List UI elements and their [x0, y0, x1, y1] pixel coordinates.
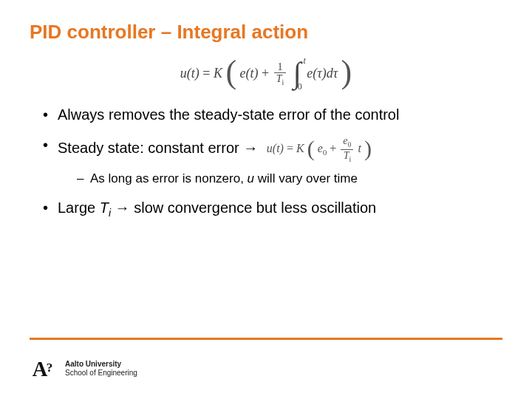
frac-den: Ti — [274, 73, 287, 87]
eq-lhs: u(t) — [180, 66, 200, 81]
footer-divider — [30, 338, 502, 340]
slide: PID controller – Integral action u(t) = … — [0, 0, 532, 399]
int-lower: 0 — [298, 81, 302, 92]
eq-integrand: e(τ) — [307, 66, 326, 81]
eq-K: K — [214, 66, 222, 81]
logo-line2: School of Engineering — [65, 369, 137, 378]
logo-line1: Aalto University — [65, 360, 137, 369]
sub-bullet-list: As long as error is nonzero, u will vary… — [58, 171, 502, 188]
sub-post: will vary over time — [254, 171, 358, 185]
sub-u: u — [248, 171, 254, 185]
ieq-eq: = — [287, 142, 293, 154]
ieq-t: t — [358, 142, 361, 154]
ieq-plus: + — [330, 142, 336, 154]
bullet-item-2: Steady state: constant error → u(t) = K … — [43, 135, 502, 188]
frac-num: 1 — [274, 61, 287, 73]
sub-bullet-1: As long as error is nonzero, u will vary… — [77, 171, 502, 188]
eq-equals: = — [202, 66, 210, 81]
eq-d: d — [327, 66, 333, 81]
bullet-1-text: Always removes the steady-state error of… — [58, 106, 399, 123]
ieq-lhs: u(t) — [267, 142, 284, 154]
bullet-item-3: Large Ti → slow convergence but less osc… — [43, 198, 502, 220]
footer-logo: A ? Aalto University School of Engineeri… — [30, 355, 137, 383]
arrow-icon-2: → — [111, 200, 134, 216]
logo-A: A — [33, 358, 48, 381]
eq-et: e(t) — [240, 66, 259, 81]
ieq-fraction: e0 Ti — [341, 135, 353, 163]
slide-title: PID controller – Integral action — [30, 21, 502, 44]
inline-equation: u(t) = K ( e0 + e0 Ti t ) — [267, 139, 372, 155]
logo-q: ? — [47, 361, 53, 375]
ieq-e0: e0 — [318, 142, 327, 154]
bullet-2-text: Steady state: constant error — [58, 140, 243, 156]
logo-mark-icon: A ? — [30, 355, 58, 383]
integral-icon: t ∫ 0 — [293, 63, 301, 85]
ieq-K: K — [296, 142, 304, 154]
eq-tau: τ — [333, 66, 338, 81]
eq-fraction: 1 Ti — [274, 61, 287, 87]
ifrac-den: Ti — [341, 150, 353, 164]
logo-text: Aalto University School of Engineering — [65, 360, 137, 378]
ifrac-num: e0 — [341, 135, 353, 150]
bullet-list: Always removes the steady-state error of… — [30, 105, 502, 220]
main-equation: u(t) = K ( e(t) + 1 Ti t ∫ 0 e(τ)dτ ) — [30, 61, 502, 87]
int-upper: t — [303, 55, 305, 66]
b3-post: slow convergence but less oscillation — [134, 200, 376, 216]
sub-pre: As long as error is nonzero, — [90, 171, 248, 185]
arrow-icon: → — [243, 140, 258, 156]
bullet-item-1: Always removes the steady-state error of… — [43, 105, 502, 125]
b3-T: Ti — [100, 200, 111, 216]
b3-pre: Large — [58, 200, 100, 216]
eq-plus: + — [262, 66, 269, 81]
